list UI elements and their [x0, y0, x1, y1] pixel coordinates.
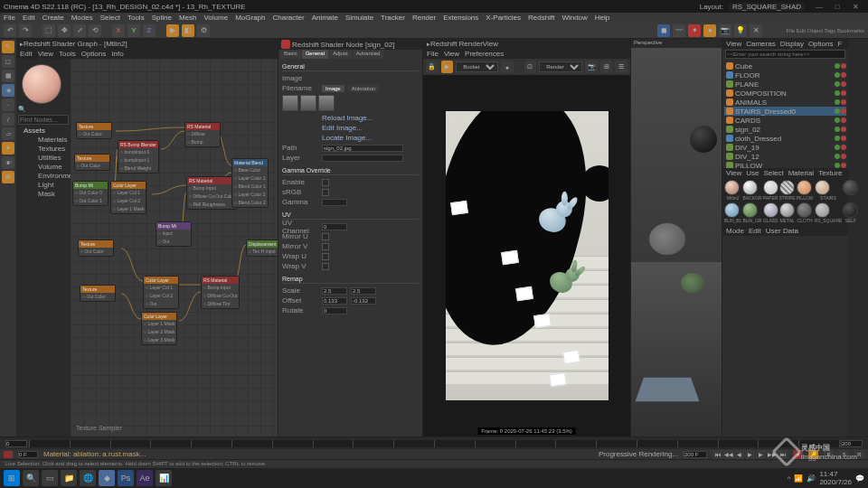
start-button[interactable]: ⊞: [4, 470, 20, 486]
attr-menu-item[interactable]: Mode: [726, 227, 744, 235]
obj-menu-item[interactable]: Display: [780, 40, 804, 48]
record-button[interactable]: ●: [793, 450, 803, 459]
menu-modes[interactable]: Modes: [71, 14, 93, 22]
clock[interactable]: 11:472020/7/26: [819, 470, 852, 486]
rec-icon[interactable]: [4, 451, 13, 458]
mat-menu-item[interactable]: Use: [746, 169, 759, 177]
node-port[interactable]: ○ Out Color: [80, 293, 115, 301]
node-port[interactable]: ○ Diffuse Co-Out: [202, 292, 239, 300]
node-port[interactable]: ○ Out Color: [75, 162, 109, 170]
object-row[interactable]: COMPOSITION: [724, 89, 846, 98]
material-item[interactable]: PILLOW: [797, 180, 814, 202]
layer-field[interactable]: [322, 155, 403, 162]
node-header[interactable]: RS Bump Blender: [118, 141, 158, 148]
object-row[interactable]: Cube: [724, 61, 846, 70]
node-port[interactable]: ○ Input: [156, 230, 191, 238]
menu-animate[interactable]: Animate: [312, 14, 338, 22]
menu-render[interactable]: Render: [412, 14, 436, 22]
render-start-button[interactable]: ▶: [441, 61, 454, 73]
render-menu-item[interactable]: View: [444, 50, 459, 58]
timeline-track[interactable]: [29, 440, 839, 447]
shader-node[interactable]: RS Material○ Bump Input○ Diffuse Co-Out○…: [201, 276, 240, 309]
render-region-button[interactable]: ◧: [182, 24, 194, 37]
node-header[interactable]: Bump Mt: [156, 222, 191, 230]
node-header[interactable]: Bump Mt: [73, 182, 108, 189]
point-mode-icon[interactable]: ·: [2, 99, 14, 111]
object-row[interactable]: FLOOR: [724, 70, 846, 80]
shader-menu-item[interactable]: Options: [81, 50, 107, 58]
node-port[interactable]: ○ Diffuse Co-Out Color: [187, 192, 237, 201]
wifi-icon[interactable]: 📶: [794, 474, 803, 483]
material-manager[interactable]: Mtlin2BACKGRPAPERSTRIPEPILLOWSTAIRSBUN_B…: [722, 178, 848, 226]
render-viewport[interactable]: Frame: 0 2020-07-26 11:45:23 (3.5%): [423, 75, 630, 436]
rs-material-icon[interactable]: ●: [703, 24, 716, 37]
autokey-button[interactable]: 🔑: [808, 450, 818, 459]
notifications-icon[interactable]: 💬: [855, 474, 864, 483]
shader-node[interactable]: Texture○ Out Color: [74, 154, 110, 171]
mirroru-checkbox[interactable]: [322, 233, 329, 240]
props-tab[interactable]: Adjust: [329, 50, 352, 59]
mirrorv-checkbox[interactable]: [322, 243, 329, 250]
crop-icon[interactable]: ⊡: [524, 61, 537, 73]
node-header[interactable]: Texture: [75, 155, 109, 162]
node-header[interactable]: Displacement: [247, 240, 278, 248]
material-item[interactable]: CLOTH: [797, 202, 814, 224]
material-preview[interactable]: [22, 64, 61, 104]
shader-node[interactable]: RS Material○ Bump Input○ Diffuse Co-Out …: [186, 176, 238, 210]
frame-field[interactable]: [684, 451, 707, 458]
menu-help[interactable]: Help: [595, 14, 609, 22]
render-lock-icon[interactable]: 🔒: [426, 61, 439, 73]
menu-spline[interactable]: Spline: [152, 14, 172, 22]
material-item[interactable]: SELF: [843, 202, 858, 224]
live-select-tool[interactable]: ⬚: [42, 24, 55, 37]
maximize-button[interactable]: □: [828, 1, 846, 12]
shader-menu-item[interactable]: Edit: [20, 50, 33, 58]
asset-item[interactable]: Light: [31, 181, 63, 190]
props-tab[interactable]: Advanced: [353, 50, 384, 59]
tray-up-icon[interactable]: ^: [788, 474, 791, 483]
node-header[interactable]: Material Blend: [232, 159, 268, 166]
shader-node[interactable]: Material Blend○ Base Color○ Layer Color …: [231, 158, 269, 208]
wrapv-checkbox[interactable]: [322, 263, 329, 270]
filename-anim-tab[interactable]: Animation: [348, 85, 380, 92]
object-manager[interactable]: CubeFLOORPLANECOMPOSITIONANIMALSSTAIRS_D…: [722, 60, 848, 168]
shader-menu-item[interactable]: Info: [111, 50, 123, 58]
ae-icon[interactable]: Ae: [137, 470, 153, 486]
timeline[interactable]: [0, 436, 868, 449]
object-row[interactable]: PLANE: [724, 80, 846, 89]
menu-extensions[interactable]: Extensions: [443, 14, 478, 22]
menu-redshift[interactable]: Redshift: [528, 14, 554, 22]
locate-image-link[interactable]: Locate Image...: [282, 133, 419, 143]
node-header[interactable]: RS Material: [185, 123, 220, 130]
shader-node[interactable]: Bump Mt○ Input○ Out: [156, 221, 192, 247]
shader-node[interactable]: Texture○ Out Color: [76, 122, 112, 139]
path-field[interactable]: [322, 145, 403, 152]
material-item[interactable]: Mtlin2: [724, 180, 741, 202]
viewport-solo-icon[interactable]: 👁: [2, 156, 14, 169]
camera-icon[interactable]: 📷: [719, 24, 731, 37]
goto-start-button[interactable]: ⏮: [712, 450, 722, 459]
node-port[interactable]: ○ Bump Input: [187, 184, 237, 192]
chrome-icon[interactable]: 🌐: [80, 470, 96, 486]
material-item[interactable]: GLASS: [763, 202, 778, 224]
menu-x-particles[interactable]: X-Particles: [486, 14, 521, 22]
asset-item[interactable]: Utilities: [31, 154, 63, 163]
menu-tracker[interactable]: Tracker: [381, 14, 405, 22]
current-frame[interactable]: [18, 451, 38, 458]
close-button[interactable]: ✕: [846, 1, 864, 12]
mat-menu-item[interactable]: Material: [788, 169, 814, 177]
play-button[interactable]: ▶: [745, 450, 755, 459]
menu-select[interactable]: Select: [100, 14, 120, 22]
node-port[interactable]: ○ Layer 2 Mask: [142, 328, 176, 336]
render-settings-button[interactable]: ⚙: [197, 24, 210, 37]
material-item[interactable]: METAL: [779, 202, 796, 224]
make-editable-icon[interactable]: ✎: [2, 41, 14, 53]
key-s-icon[interactable]: S: [839, 450, 849, 459]
node-port[interactable]: ○ Bump: [185, 138, 220, 146]
node-port[interactable]: ○ Blend Weight: [118, 164, 158, 173]
snapshot-icon[interactable]: 📷: [585, 61, 598, 73]
node-header[interactable]: Color Layer: [111, 182, 146, 189]
z-button[interactable]: Z: [143, 24, 156, 37]
shader-node[interactable]: Color Layer○ Layer Col 1○ Layer Col 2○ L…: [110, 181, 146, 214]
menu-character[interactable]: Character: [273, 14, 305, 22]
